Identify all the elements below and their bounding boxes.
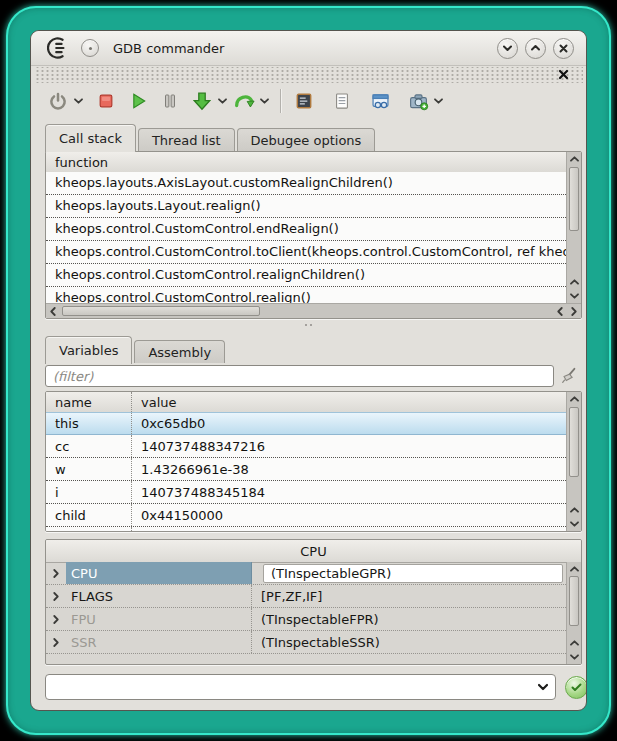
register-group-row[interactable]: SSR (TInspectableSSR)	[46, 631, 566, 654]
register-value-editbox[interactable]: (TInspectableGPR)	[263, 564, 563, 583]
step-over-button[interactable]	[231, 88, 257, 114]
tab-variables[interactable]: Variables	[45, 336, 132, 364]
name-column-header[interactable]: name	[46, 392, 132, 412]
register-group-name[interactable]: FPU	[66, 608, 252, 630]
stack-frame-row[interactable]: kheops.control.CustomControl.realign()	[46, 287, 566, 303]
chevron-down-icon	[537, 683, 549, 691]
tab-thread-list[interactable]: Thread list	[138, 128, 235, 151]
variable-value: 1.43266961e-38	[132, 527, 566, 531]
stop-button[interactable]	[93, 88, 119, 114]
dock-close-button[interactable]	[558, 69, 569, 80]
variable-value: 1.43266961e-38	[132, 458, 566, 480]
variable-row[interactable]: child 0x44150000	[46, 504, 566, 527]
power-button[interactable]	[45, 88, 71, 114]
power-dropdown-button[interactable]	[71, 88, 85, 114]
cpu-vertical-scrollbar[interactable]	[566, 562, 581, 664]
register-group-row[interactable]: FPU (TInspectableFPR)	[46, 608, 566, 631]
cpu-view-button[interactable]	[291, 88, 317, 114]
step-into-dropdown-button[interactable]	[215, 88, 229, 114]
register-group-row[interactable]: FLAGS [PF,ZF,IF]	[46, 585, 566, 608]
shade-down-button[interactable]	[497, 38, 518, 59]
dock-handle-bar[interactable]	[34, 67, 583, 83]
scroll-up-arrow-icon[interactable]	[567, 392, 581, 406]
tab-call-stack[interactable]: Call stack	[45, 124, 136, 152]
callstack-tab-bar: Call stack Thread list Debugee options	[31, 121, 586, 151]
send-command-button[interactable]	[565, 676, 587, 699]
scrollbar-thumb[interactable]	[569, 407, 579, 477]
variable-row[interactable]: h 1.43266961e-38	[46, 527, 566, 531]
stack-frame-row[interactable]: kheops.control.CustomControl.toClient(kh…	[46, 241, 566, 264]
scrollbar-thumb[interactable]	[569, 167, 579, 231]
variables-column-headers[interactable]: name value	[46, 392, 566, 413]
step-into-button[interactable]	[189, 88, 215, 114]
cpu-register-list: CPU (TInspectableGPR) FLAGS [PF,ZF,IF] F…	[46, 562, 566, 664]
scroll-left-arrow-icon[interactable]	[553, 304, 567, 318]
filter-input[interactable]	[45, 365, 554, 387]
expand-chevron-icon[interactable]	[46, 562, 66, 584]
callstack-horizontal-scrollbar[interactable]	[46, 303, 581, 318]
variable-name: h	[46, 527, 132, 531]
stack-frame-row[interactable]: kheops.control.CustomControl.realignChil…	[46, 264, 566, 287]
scroll-arrows[interactable]	[567, 636, 581, 664]
tab-debugee-options[interactable]: Debugee options	[237, 128, 376, 151]
scroll-left-arrow-icon[interactable]	[46, 304, 60, 318]
app-logo-icon	[47, 37, 69, 59]
variable-row[interactable]: cc 140737488347216	[46, 435, 566, 458]
callstack-vertical-scrollbar[interactable]	[566, 152, 581, 303]
combobox-dropdown-button[interactable]	[531, 675, 555, 699]
expand-chevron-icon[interactable]	[46, 608, 66, 630]
scroll-up-arrow-icon[interactable]	[567, 152, 581, 166]
register-group-name[interactable]: SSR	[66, 631, 252, 653]
debug-toolbar	[31, 83, 586, 119]
gdb-command-combobox[interactable]	[45, 674, 556, 700]
scroll-arrows[interactable]	[567, 275, 581, 303]
chevron-down-icon	[434, 98, 443, 104]
function-column-header[interactable]: function	[46, 152, 566, 173]
register-group-row[interactable]: CPU (TInspectableGPR)	[46, 562, 566, 585]
stack-frame-row[interactable]: kheops.control.CustomControl.endRealign(…	[46, 218, 566, 241]
expand-chevron-icon[interactable]	[46, 631, 66, 653]
stack-frame-row[interactable]: kheops.layouts.Layout.realign()	[46, 195, 566, 218]
splitter-handle[interactable]	[31, 319, 586, 331]
snapshot-button[interactable]	[405, 88, 431, 114]
step-over-dropdown-button[interactable]	[257, 88, 271, 114]
scrollbar-thumb[interactable]	[62, 306, 260, 316]
pause-button[interactable]	[157, 88, 183, 114]
call-stack-list: kheops.layouts.AxisLayout.customRealignC…	[46, 172, 566, 303]
variable-name: child	[46, 504, 132, 526]
continue-button[interactable]	[125, 88, 151, 114]
clear-filter-button[interactable]	[556, 364, 582, 388]
step-into-icon	[191, 90, 213, 112]
close-window-button[interactable]	[553, 38, 574, 59]
scroll-arrows[interactable]	[567, 503, 581, 531]
scroll-up-arrow-icon[interactable]	[567, 562, 581, 576]
variable-row[interactable]: this 0xc65db0	[46, 412, 566, 435]
value-column-header[interactable]: value	[132, 392, 566, 412]
shade-up-button[interactable]	[525, 38, 546, 59]
gdb-command-input[interactable]	[46, 677, 531, 697]
title-bar[interactable]: GDB commander	[31, 31, 586, 66]
scroll-right-arrow-icon[interactable]	[567, 304, 581, 318]
window-controls	[497, 38, 574, 59]
tab-assembly[interactable]: Assembly	[134, 340, 225, 363]
expand-chevron-icon[interactable]	[46, 585, 66, 607]
register-group-name[interactable]: CPU	[66, 562, 252, 584]
messages-button[interactable]	[329, 88, 355, 114]
call-stack-panel: function kheops.layouts.AxisLayout.custo…	[45, 151, 582, 319]
stack-frame-row[interactable]: kheops.layouts.AxisLayout.customRealignC…	[46, 172, 566, 195]
variables-filter-row	[45, 363, 582, 389]
watch-window-button[interactable]	[367, 88, 393, 114]
watch-window-icon	[370, 91, 391, 112]
scroll-down-arrow-icon	[570, 654, 579, 660]
variables-vertical-scrollbar[interactable]	[566, 392, 581, 531]
register-group-name[interactable]: FLAGS	[66, 585, 252, 607]
snapshot-dropdown-button[interactable]	[431, 88, 445, 114]
variable-row[interactable]: i 140737488345184	[46, 481, 566, 504]
scrollbar-thumb[interactable]	[569, 576, 579, 626]
variable-row[interactable]: w 1.43266961e-38	[46, 458, 566, 481]
step-over-icon	[233, 90, 255, 112]
brush-icon	[560, 367, 578, 385]
float-dock-button[interactable]	[81, 39, 99, 57]
screen: GDB commander	[0, 0, 617, 741]
window-title: GDB commander	[113, 41, 497, 56]
